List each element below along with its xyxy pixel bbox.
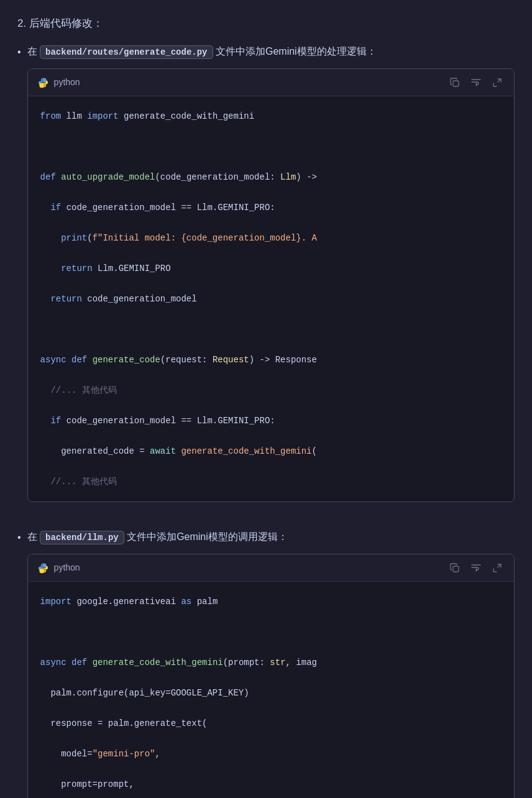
inline-code-1: backend/routes/generate_code.py <box>40 45 213 59</box>
wrap-button-1[interactable] <box>469 76 483 89</box>
python-icon-1 <box>38 77 49 88</box>
code-lang-label-2: python <box>38 561 80 574</box>
bullet-item-1: • 在 backend/routes/generate_code.py 文件中添… <box>17 43 515 517</box>
bullet-text-prefix-1: 在 <box>27 46 37 57</box>
bullet-text-suffix-2: 文件中添加Gemini模型的调用逻辑： <box>127 531 288 542</box>
lang-text-1: python <box>54 75 80 89</box>
bullet-text-prefix-2: 在 <box>27 531 37 542</box>
bullet-dot-2: • <box>17 530 21 546</box>
code-block-header-1: python <box>28 69 514 96</box>
code-block-1: python <box>27 68 515 502</box>
expand-button-2[interactable] <box>490 561 504 575</box>
bullet-content-2: 在 backend/llm.py 文件中添加Gemini模型的调用逻辑： pyt… <box>27 528 515 798</box>
code-content-1: from llm import generate_code_with_gemin… <box>28 96 514 502</box>
lang-text-2: python <box>54 561 80 574</box>
copy-button-2[interactable] <box>448 561 462 575</box>
bullet-dot-1: • <box>17 44 21 60</box>
expand-button-1[interactable] <box>490 76 504 89</box>
wrap-button-2[interactable] <box>469 561 483 575</box>
bullet-item-2: • 在 backend/llm.py 文件中添加Gemini模型的调用逻辑： p… <box>17 528 515 798</box>
code-content-2: import google.generativeai as palm async… <box>28 582 514 798</box>
bullet-text-suffix-1: 文件中添加Gemini模型的处理逻辑： <box>216 46 377 57</box>
inline-code-2: backend/llm.py <box>40 531 124 544</box>
code-actions-1 <box>448 76 504 89</box>
code-lang-label-1: python <box>38 75 80 89</box>
code-actions-2 <box>448 561 504 575</box>
svg-rect-1 <box>453 566 459 572</box>
section-title: 2. 后端代码修改： <box>17 15 515 32</box>
svg-rect-0 <box>453 81 459 86</box>
python-icon-2 <box>38 562 49 574</box>
code-block-2: python <box>27 554 515 798</box>
bullet-content-1: 在 backend/routes/generate_code.py 文件中添加G… <box>27 43 515 517</box>
copy-button-1[interactable] <box>448 76 462 89</box>
code-block-header-2: python <box>28 554 514 581</box>
